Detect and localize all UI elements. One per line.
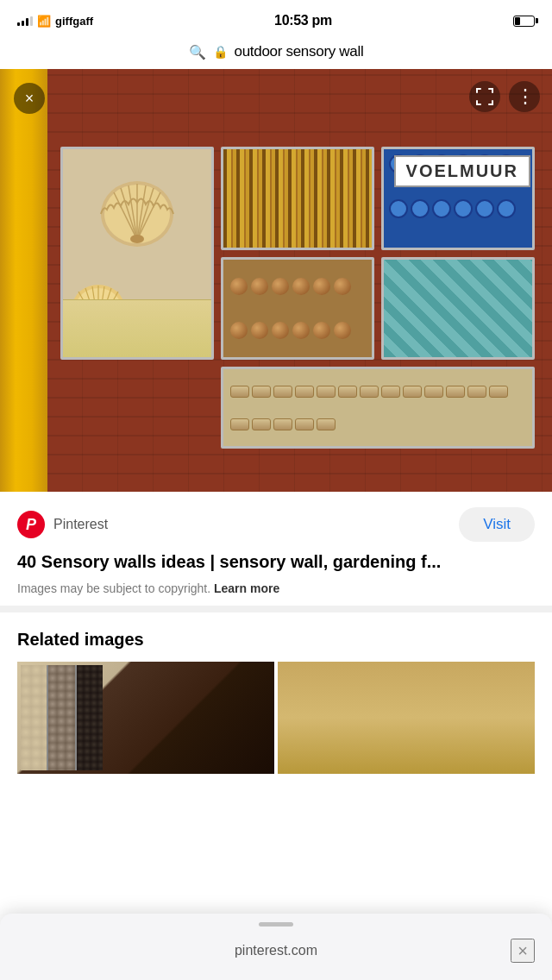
learn-more-link[interactable]: Learn more [214, 581, 279, 595]
lock-icon: 🔒 [213, 45, 228, 59]
tube-10 [454, 199, 473, 218]
voelmuur-label: VOELMUUR [394, 155, 530, 187]
close-icon: × [25, 90, 34, 108]
status-right [513, 16, 535, 27]
more-icon: ⋮ [516, 87, 534, 106]
cork-8 [381, 386, 400, 398]
tube-8 [411, 199, 430, 218]
bottom-close-icon: × [518, 941, 528, 961]
source-left: P Pinterest [17, 511, 108, 538]
cork-1 [230, 386, 249, 398]
status-left: 📶 giffgaff [17, 15, 93, 28]
tube-12 [497, 199, 516, 218]
nut-7 [230, 322, 248, 339]
source-name: Pinterest [53, 517, 108, 532]
tube-7 [389, 199, 408, 218]
corks-box [221, 367, 535, 449]
related-image-2[interactable] [278, 662, 535, 774]
search-query[interactable]: outdoor sensory wall [235, 43, 364, 60]
signal-icon [17, 16, 33, 26]
status-bar: 📶 giffgaff 10:53 pm [0, 0, 552, 38]
nut-5 [313, 278, 330, 295]
sticks-box [221, 147, 374, 250]
top-right-controls: ⋮ [469, 81, 540, 112]
related-images-grid [17, 662, 535, 774]
large-shell-svg [97, 175, 179, 248]
cork-2 [252, 386, 271, 398]
cork-16 [273, 418, 292, 430]
texture-col-2 [48, 665, 74, 770]
cork-15 [252, 418, 271, 430]
related-section: Related images [0, 612, 552, 782]
texture-col-3 [77, 665, 103, 770]
copyright-text: Images may be subject to copyright. Lear… [17, 581, 535, 595]
search-icon: 🔍 [189, 44, 206, 60]
nut-4 [292, 278, 310, 295]
section-divider [0, 606, 552, 612]
nut-2 [251, 278, 268, 295]
nut-11 [313, 322, 330, 339]
cork-14 [230, 418, 249, 430]
pinterest-logo: P [17, 511, 45, 538]
cork-7 [360, 386, 379, 398]
svg-point-9 [130, 235, 144, 243]
cork-4 [295, 386, 314, 398]
carrier-name: giffgaff [55, 15, 93, 28]
bottom-sheet-handle[interactable] [259, 922, 293, 927]
bottom-url-row: pinterest.com × [17, 939, 535, 963]
source-row: P Pinterest Visit [17, 507, 535, 542]
related-image-1[interactable] [17, 662, 274, 774]
nut-1 [230, 278, 248, 295]
nut-6 [334, 278, 351, 295]
cork-10 [424, 386, 443, 398]
yellow-pole [0, 69, 47, 492]
nut-8 [251, 322, 268, 339]
cork-18 [317, 418, 336, 430]
close-button[interactable]: × [14, 83, 45, 114]
bottom-sheet-close-button[interactable]: × [511, 939, 535, 963]
shell-box [60, 147, 214, 360]
page-title: 40 Sensory walls ideas | sensory wall, g… [17, 550, 535, 573]
tube-11 [475, 199, 494, 218]
copyright-label: Images may be subject to copyright. [17, 581, 210, 595]
scan-button[interactable] [469, 81, 500, 112]
nuts-box [221, 257, 374, 361]
scan-icon [475, 87, 494, 106]
cork-3 [273, 386, 292, 398]
bottom-url-text: pinterest.com [41, 943, 511, 958]
nut-9 [272, 322, 289, 339]
texture-grid [60, 147, 535, 449]
sensory-wall-image: VOELMUUR [0, 69, 552, 492]
cork-13 [489, 386, 508, 398]
search-bar: 🔍 🔒 outdoor sensory wall [0, 38, 552, 69]
more-button[interactable]: ⋮ [509, 81, 540, 112]
wifi-icon: 📶 [37, 15, 51, 28]
nut-10 [292, 322, 310, 339]
battery-icon [513, 16, 535, 27]
cork-9 [403, 386, 422, 398]
nut-3 [272, 278, 289, 295]
status-time: 10:53 pm [274, 13, 332, 28]
cork-11 [446, 386, 465, 398]
cork-12 [467, 386, 486, 398]
visit-button[interactable]: Visit [459, 507, 535, 542]
main-image: VOELMUUR [0, 69, 552, 492]
tube-9 [432, 199, 451, 218]
tile-box [381, 257, 535, 361]
info-section: P Pinterest Visit 40 Sensory walls ideas… [0, 492, 552, 606]
related-images-title: Related images [17, 630, 535, 650]
nut-12 [334, 322, 351, 339]
cork-6 [338, 386, 357, 398]
bottom-sheet: pinterest.com × [0, 914, 552, 980]
cork-17 [295, 418, 314, 430]
cork-5 [317, 386, 336, 398]
texture-col-1 [21, 665, 47, 770]
